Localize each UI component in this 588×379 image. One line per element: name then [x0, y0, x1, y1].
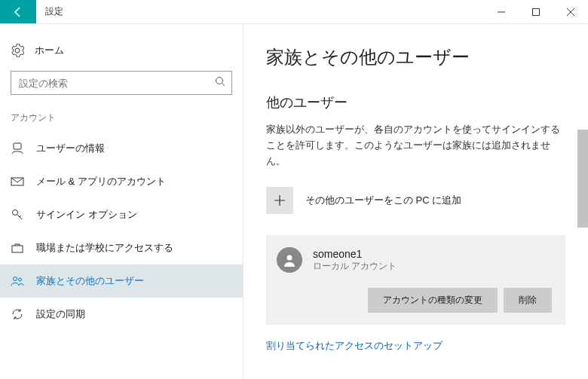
- user-type: ローカル アカウント: [313, 260, 397, 273]
- plus-icon: [274, 194, 286, 206]
- avatar: [277, 247, 302, 273]
- sidebar-item-user-info[interactable]: ユーザーの情報: [0, 132, 243, 165]
- svg-point-1: [216, 78, 223, 84]
- arrow-left-icon: [12, 6, 24, 18]
- search-box[interactable]: [11, 71, 232, 95]
- svg-rect-2: [14, 143, 21, 149]
- sidebar-item-signin[interactable]: サインイン オプション: [0, 198, 243, 231]
- scrollbar[interactable]: [577, 47, 588, 379]
- sync-icon: [11, 307, 24, 321]
- window-title: 設定: [36, 0, 484, 23]
- minimize-button[interactable]: [484, 0, 519, 23]
- maximize-button[interactable]: [519, 0, 553, 23]
- maximize-icon: [532, 8, 540, 16]
- sidebar-section-title: アカウント: [0, 109, 243, 132]
- home-label: ホーム: [35, 44, 64, 57]
- user-card: someone1 ローカル アカウント アカウントの種類の変更 削除: [266, 235, 565, 325]
- sidebar-item-sync[interactable]: 設定の同期: [0, 298, 243, 331]
- briefcase-icon: [11, 241, 24, 255]
- sidebar-item-label: 職場または学校にアクセスする: [36, 241, 173, 255]
- person-icon: [282, 252, 297, 267]
- minimize-icon: [498, 8, 505, 16]
- remove-button[interactable]: 削除: [504, 288, 552, 313]
- add-user-row[interactable]: その他のユーザーをこの PC に追加: [266, 187, 565, 214]
- sidebar-item-work-school[interactable]: 職場または学校にアクセスする: [0, 231, 243, 264]
- close-icon: [567, 8, 574, 16]
- person-outline-icon: [11, 142, 24, 155]
- svg-point-4: [13, 210, 18, 215]
- main-panel: 家族とその他のユーザー 他のユーザー 家族以外のユーザーが、各自のアカウントを使…: [243, 24, 588, 379]
- assigned-access-link[interactable]: 割り当てられたアクセスのセットアップ: [266, 339, 443, 353]
- scroll-thumb[interactable]: [577, 130, 588, 228]
- sidebar-item-email-apps[interactable]: メール & アプリのアカウント: [0, 165, 243, 198]
- sidebar-item-label: 家族とその他のユーザー: [36, 274, 144, 288]
- section-heading: 他のユーザー: [266, 93, 565, 112]
- titlebar: 設定: [0, 0, 588, 24]
- change-account-type-button[interactable]: アカウントの種類の変更: [368, 288, 498, 313]
- back-button[interactable]: [0, 0, 36, 23]
- close-button[interactable]: [553, 0, 588, 23]
- search-icon: [215, 76, 225, 90]
- user-name: someone1: [313, 248, 397, 260]
- sidebar-item-label: サインイン オプション: [36, 208, 137, 222]
- key-icon: [11, 208, 24, 222]
- section-description: 家族以外のユーザーが、各自のアカウントを使ってサインインすることを許可します。こ…: [266, 122, 565, 169]
- sidebar-item-family-users[interactable]: 家族とその他のユーザー: [0, 264, 243, 298]
- gear-icon: [11, 44, 24, 57]
- search-input[interactable]: [19, 78, 215, 89]
- svg-rect-5: [12, 246, 23, 252]
- page-title: 家族とその他のユーザー: [266, 45, 565, 69]
- people-icon: [11, 274, 24, 288]
- sidebar: ホーム アカウント ユーザーの情報 メール & アプリのアカウント サインイン …: [0, 24, 243, 379]
- mail-icon: [11, 175, 24, 188]
- home-link[interactable]: ホーム: [0, 39, 243, 65]
- sidebar-item-label: メール & アプリのアカウント: [36, 175, 166, 188]
- add-button[interactable]: [266, 187, 293, 214]
- svg-rect-0: [533, 8, 540, 15]
- svg-point-6: [14, 277, 17, 281]
- sidebar-item-label: 設定の同期: [36, 307, 85, 321]
- svg-point-8: [287, 255, 292, 261]
- sidebar-item-label: ユーザーの情報: [36, 142, 105, 155]
- add-user-label: その他のユーザーをこの PC に追加: [305, 194, 461, 207]
- svg-point-7: [19, 278, 22, 281]
- user-header[interactable]: someone1 ローカル アカウント: [277, 247, 552, 273]
